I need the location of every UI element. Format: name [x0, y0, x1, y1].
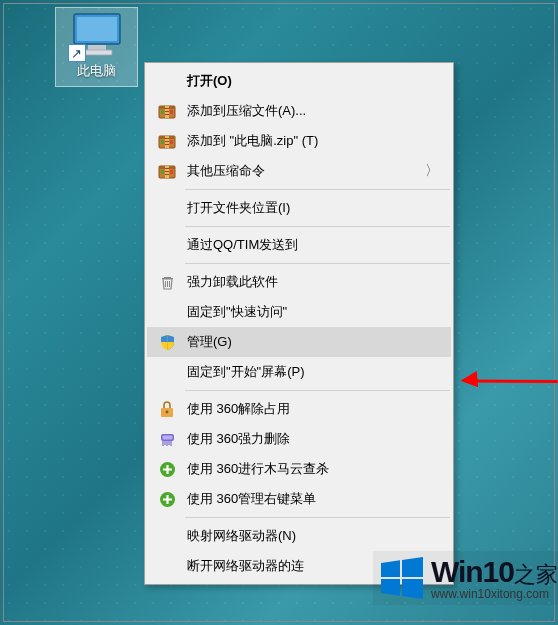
menu-manage[interactable]: 管理(G): [147, 327, 451, 357]
svg-line-34: [473, 364, 558, 399]
archive-icon: [157, 101, 177, 121]
svg-rect-2: [88, 45, 106, 50]
svg-rect-9: [165, 114, 169, 115]
svg-rect-26: [161, 170, 164, 174]
watermark-url: www.win10xitong.com: [431, 587, 558, 601]
menu-360-force-delete[interactable]: 使用 360强力删除: [147, 424, 451, 454]
svg-rect-16: [165, 141, 169, 142]
svg-rect-31: [162, 435, 172, 439]
plus-circle-icon: [157, 489, 177, 509]
watermark: Win10之家 www.win10xitong.com: [373, 551, 558, 605]
lock-icon: [157, 399, 177, 419]
shortcut-arrow-icon: ↗: [68, 44, 86, 62]
archive-icon: [157, 131, 177, 151]
menu-pin-start[interactable]: 固定到"开始"屏幕(P): [147, 357, 451, 387]
svg-rect-19: [170, 140, 173, 144]
menu-360-trojan-scan[interactable]: 使用 360进行木马云查杀: [147, 454, 451, 484]
watermark-title: Win10: [431, 555, 514, 588]
svg-rect-17: [165, 144, 169, 145]
svg-rect-23: [165, 168, 169, 169]
svg-rect-11: [170, 110, 173, 114]
svg-rect-24: [165, 171, 169, 172]
windows-logo-icon: [381, 557, 423, 599]
shredder-icon: [157, 429, 177, 449]
trash-icon: [157, 272, 177, 292]
separator: [185, 189, 450, 190]
menu-send-qq-tim[interactable]: 通过QQ/TIM发送到: [147, 230, 451, 260]
svg-rect-25: [165, 174, 169, 175]
menu-add-to-archive[interactable]: 添加到压缩文件(A)...: [147, 96, 451, 126]
separator: [185, 517, 450, 518]
svg-rect-27: [170, 170, 173, 174]
separator: [185, 390, 450, 391]
svg-rect-18: [161, 140, 164, 144]
svg-rect-3: [82, 50, 112, 55]
shield-icon: [157, 332, 177, 352]
svg-rect-8: [165, 111, 169, 112]
pc-icon: ↗: [68, 12, 126, 58]
separator: [185, 226, 450, 227]
menu-open[interactable]: 打开(O): [147, 66, 451, 96]
menu-add-to-zip[interactable]: 添加到 "此电脑.zip" (T): [147, 126, 451, 156]
chevron-right-icon: 〉: [425, 162, 439, 180]
svg-point-29: [165, 410, 168, 413]
menu-open-folder-location[interactable]: 打开文件夹位置(I): [147, 193, 451, 223]
plus-circle-icon: [157, 459, 177, 479]
context-menu: 打开(O) 添加到压缩文件(A)... 添加到 "此电脑.zip" (T) 其他…: [144, 62, 454, 585]
svg-marker-35: [459, 371, 480, 390]
svg-rect-7: [165, 108, 169, 109]
svg-rect-10: [161, 110, 164, 114]
menu-other-compress[interactable]: 其他压缩命令 〉: [147, 156, 451, 186]
separator: [185, 263, 450, 264]
svg-rect-1: [77, 17, 117, 41]
menu-360-manage-rc-menu[interactable]: 使用 360管理右键菜单: [147, 484, 451, 514]
menu-360-unlock[interactable]: 使用 360解除占用: [147, 394, 451, 424]
desktop-icon-label: 此电脑: [59, 62, 134, 80]
archive-icon: [157, 161, 177, 181]
menu-force-uninstall[interactable]: 强力卸载此软件: [147, 267, 451, 297]
svg-rect-15: [165, 138, 169, 139]
this-pc-desktop-icon[interactable]: ↗ 此电脑: [55, 7, 138, 87]
menu-map-network-drive[interactable]: 映射网络驱动器(N): [147, 521, 451, 551]
menu-pin-quick-access[interactable]: 固定到"快速访问": [147, 297, 451, 327]
